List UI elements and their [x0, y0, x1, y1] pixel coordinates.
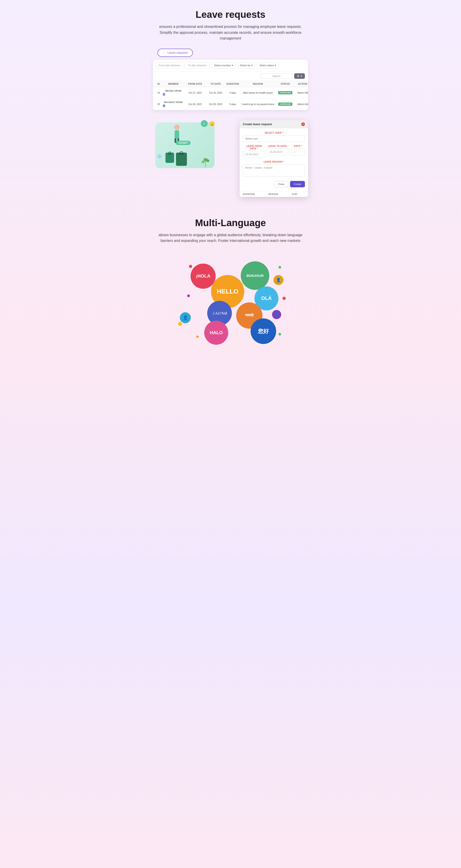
- select-member-filter[interactable]: Select member ▾: [211, 62, 236, 68]
- checkmark-icon: ✓: [201, 120, 208, 127]
- cell-from: Oct 27, 2023: [185, 92, 205, 94]
- from-date-filter[interactable]: From date between: [156, 62, 183, 68]
- create-leave-modal: Create leave request ✕ SELECT USER * LEA…: [240, 120, 308, 197]
- cell-reason: Want leaves for health issues: [240, 92, 276, 94]
- modal-body: SELECT USER * LEAVE FROM DATE *: [240, 128, 308, 191]
- col-id: ID: [155, 83, 162, 85]
- table-row: 24 Member Infinitie 👤 Oct 27, 2023 Oct 3…: [153, 87, 308, 99]
- cell-to: Oct 30, 2023: [205, 92, 226, 94]
- dot-yellow-1: [178, 322, 182, 326]
- chevron-down-icon: ▾: [301, 74, 302, 78]
- cell-to: Oct 30, 2023: [205, 103, 226, 105]
- leave-to-label: LEAVE TO DATE *: [267, 145, 289, 147]
- middle-section: ✓ ACCEPT: [144, 116, 317, 204]
- multilang-section: Multi-Language allows businesses to enga…: [139, 208, 322, 342]
- multilang-description: allows businesses to engage with a globa…: [153, 232, 308, 244]
- leave-description: ensures a professional and streamlined p…: [153, 24, 308, 41]
- dates-row: LEAVE FROM DATE * LEAVE TO DATE *: [243, 145, 305, 158]
- cell-id: 24: [155, 92, 162, 94]
- person-body: [174, 130, 179, 138]
- days-input[interactable]: [291, 149, 305, 155]
- chevron-down-icon: ▾: [275, 64, 276, 67]
- col-status: STATUS: [276, 83, 294, 85]
- cell-member: Member Infinitie 👤: [162, 90, 185, 96]
- col-to: TO DATE: [205, 83, 226, 85]
- leave-from-group: LEAVE FROM DATE *: [243, 145, 265, 158]
- col-member: MEMBER: [162, 83, 185, 85]
- leave-illustration: ✓ ACCEPT: [153, 118, 221, 173]
- cell-member: Memeber2 Infinitie 👤: [162, 101, 185, 107]
- partial-col-status: STAT: [292, 193, 298, 195]
- select-status-filter[interactable]: Select status ▾: [257, 62, 278, 68]
- leave-from-label: LEAVE FROM DATE *: [243, 145, 265, 150]
- leave-section: Leave requests ensures a professional an…: [139, 0, 322, 208]
- table-header: ID MEMBER FROM DATE TO DATE DURATION REA…: [153, 81, 308, 87]
- leave-to-group: LEAVE TO DATE *: [267, 145, 289, 158]
- plant-decoration: [201, 155, 210, 168]
- cell-reason: I need to go to my parents home: [240, 103, 276, 105]
- person-figure: [171, 125, 183, 143]
- select-user-label: SELECT USER *: [243, 131, 305, 134]
- suitcase-small: [165, 153, 174, 163]
- accept-badge: ACCEPT: [176, 141, 191, 145]
- cell-status: APPROVED: [276, 91, 294, 94]
- chevron-down-icon: ▾: [232, 64, 233, 67]
- dot-orange-1: [196, 336, 199, 338]
- filter-row: From date between To date between Select…: [153, 60, 308, 71]
- dot-pink-1: [187, 294, 190, 297]
- table-row-23[interactable]: 23 Memeber2 Infinitie 👤 Oct 26, 2023 Oct…: [153, 99, 308, 110]
- partial-col-reason: REASON: [268, 193, 278, 195]
- select-user-input[interactable]: [243, 135, 305, 142]
- table-row: 23 Memeber2 Infinitie 👤 Oct 26, 2023 Oct…: [153, 99, 308, 110]
- dot-red-2: [283, 297, 286, 300]
- search-input[interactable]: Search: [260, 73, 292, 79]
- cell-duration: 5 days: [226, 103, 240, 105]
- col-duration: DURATION: [226, 83, 240, 85]
- nav-pill-label: Leave requests: [167, 51, 188, 54]
- create-button[interactable]: Create: [290, 181, 305, 187]
- bonjour-bubble: BONJOUR: [241, 261, 269, 290]
- col-from: FROM DATE: [185, 83, 205, 85]
- suitcase-large: [176, 153, 187, 166]
- cell-from: Oct 26, 2023: [185, 103, 205, 105]
- multilang-title: Multi-Language: [144, 217, 317, 228]
- table-row-24[interactable]: 24 Member Infinitie 👤 Oct 27, 2023 Oct 3…: [153, 87, 308, 98]
- leave-table-panel: From date between To date between Select…: [153, 60, 308, 110]
- avatar-blue: 👤: [180, 312, 191, 323]
- halo-bubble: HALO: [204, 321, 228, 345]
- language-bubbles: ¡HOLA HELLO BONJOUR OLÁ こんにちは नमस्ते HAL…: [173, 251, 288, 338]
- modal-close-button[interactable]: ✕: [301, 122, 305, 126]
- modal-titlebar: Create leave request ✕: [240, 120, 308, 128]
- cell-action: Admin Infinitie: [294, 92, 308, 94]
- deco-circle: [158, 154, 162, 158]
- col-reason: REASON: [240, 83, 276, 85]
- nihao-bubble: 您好: [251, 318, 276, 344]
- action-by-filter[interactable]: Action by ▾: [238, 62, 255, 68]
- leave-title: Leave requests: [144, 9, 317, 20]
- leave-from-input[interactable]: [243, 151, 265, 158]
- cell-action: Admin Infinitie: [294, 103, 308, 105]
- dot-green-1: [278, 266, 281, 269]
- col-action: ACTION BY: [294, 83, 308, 85]
- dot-green-2: [278, 333, 281, 336]
- svg-point-3: [204, 158, 207, 160]
- modal-footer: Close Create: [243, 181, 305, 188]
- leave-to-input[interactable]: [267, 149, 289, 155]
- suitcases: [165, 153, 187, 166]
- cell-id: 23: [155, 103, 162, 105]
- person-head: [174, 125, 179, 130]
- leave-reason-group: LEAVE REASON *: [243, 161, 305, 181]
- to-date-filter[interactable]: To date between: [185, 62, 210, 68]
- search-row: Search ⚙ ▾: [153, 71, 308, 81]
- modal-title: Create leave request: [243, 122, 272, 126]
- cell-status: APPROVED: [276, 102, 294, 106]
- close-button[interactable]: Close: [274, 181, 288, 187]
- cell-duration: 4 days: [226, 92, 240, 94]
- days-label: DAYS *: [291, 145, 305, 147]
- hola-bubble: ¡HOLA: [191, 264, 216, 289]
- leave-reason-textarea[interactable]: [243, 164, 305, 177]
- avatar-purple: 👤: [272, 310, 281, 319]
- leave-requests-nav[interactable]: → Leave requests: [158, 49, 193, 57]
- settings-button[interactable]: ⚙ ▾: [294, 73, 305, 79]
- gear-icon: ⚙: [297, 74, 299, 78]
